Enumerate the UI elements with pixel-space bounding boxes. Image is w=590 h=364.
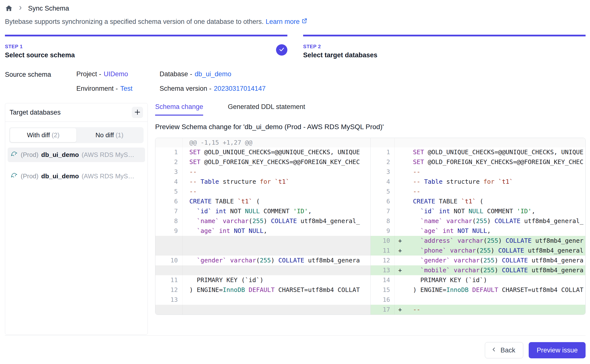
line-number: 4 xyxy=(371,177,395,187)
database-list-item[interactable]: (Prod)db_ui_demo(AWS RDS MyS… xyxy=(8,148,145,162)
code-line: PRIMARY KEY (`id`) xyxy=(182,275,370,285)
line-number xyxy=(155,236,182,246)
field-name: Database xyxy=(160,70,188,78)
diff-row: 9 `age` int NOT NULL, xyxy=(371,226,585,236)
diff-marker xyxy=(395,285,408,295)
learn-more-link[interactable]: Learn more xyxy=(266,18,308,26)
page-description: Bytebase supports synchronizing a specif… xyxy=(5,18,586,26)
description-text: Bytebase supports synchronizing a specif… xyxy=(5,18,264,26)
source-schema-summary: Source schema Project-UIDemoDatabase-db_… xyxy=(5,70,586,92)
diff-row: 13 xyxy=(155,295,370,305)
diff-marker xyxy=(395,197,408,206)
diff-marker xyxy=(395,206,408,216)
diff-row xyxy=(371,138,585,147)
diff-row: 11 PRIMARY KEY (`id`) xyxy=(155,275,370,285)
code-line: -- xyxy=(182,187,370,197)
code-line: CREATE TABLE `t1` ( xyxy=(408,197,585,206)
footer-actions: Back Preview issue xyxy=(5,336,586,358)
code-line: -- Table structure for `t1` xyxy=(408,177,585,187)
code-line xyxy=(182,246,370,256)
target-panel-title: Target databases xyxy=(10,109,61,116)
step-complete-badge xyxy=(276,44,287,56)
database-environment: (Prod) xyxy=(21,151,38,159)
field-name: Project xyxy=(76,70,97,78)
line-number: 11 xyxy=(155,275,182,285)
database-list-item[interactable]: (Prod)db_ui_demo(AWS RDS MyS… xyxy=(8,169,145,183)
tab-no-diff[interactable]: No diff(1) xyxy=(76,128,143,142)
source-field-schema-version: Schema version-20230317014147 xyxy=(160,85,266,92)
diff-row xyxy=(155,265,370,275)
code-line: SET @OLD_UNIQUE_CHECKS=@@UNIQUE_CHECKS, … xyxy=(182,147,370,157)
line-number xyxy=(155,305,182,315)
code-line: `mobile` varchar(255) COLLATE utf8mb4_ge… xyxy=(408,265,585,275)
schema-change-main: Schema change Generated DDL statement Pr… xyxy=(155,103,586,335)
line-number: 11 xyxy=(371,246,395,256)
line-number: 5 xyxy=(155,187,182,197)
field-value-link[interactable]: db_ui_demo xyxy=(195,70,231,78)
field-value-link[interactable]: Test xyxy=(120,85,133,92)
field-separator: - xyxy=(116,85,118,92)
source-field-database: Database-db_ui_demo xyxy=(160,70,266,78)
code-line: CREATE TABLE `t1` ( xyxy=(182,197,370,206)
code-line: -- Table structure for `t1` xyxy=(182,177,370,187)
diff-row: 5-- xyxy=(155,187,370,197)
code-line xyxy=(182,265,370,275)
field-separator: - xyxy=(209,85,212,92)
diff-row: 6CREATE TABLE `t1` ( xyxy=(371,197,585,206)
field-separator: - xyxy=(99,70,101,78)
diff-row: 6CREATE TABLE `t1` ( xyxy=(155,197,370,206)
code-line: ) ENGINE=InnoDB DEFAULT CHARSET=utf8mb4 … xyxy=(182,285,370,295)
diff-row: 1SET @OLD_UNIQUE_CHECKS=@@UNIQUE_CHECKS,… xyxy=(371,147,585,157)
diff-marker: + xyxy=(395,246,408,256)
diff-row xyxy=(155,246,370,256)
preview-issue-button[interactable]: Preview issue xyxy=(529,342,586,358)
diff-row: 9 `age` int NOT NULL, xyxy=(155,226,370,236)
code-line xyxy=(408,295,585,305)
content-area: Target databases With diff(2) No diff(1)… xyxy=(5,103,586,335)
source-schema-label: Source schema xyxy=(5,70,76,92)
add-database-button[interactable] xyxy=(132,107,143,118)
back-button[interactable]: Back xyxy=(485,342,523,358)
line-number xyxy=(155,138,182,147)
code-line: `id` int NOT NULL COMMENT 'ID', xyxy=(408,206,585,216)
code-line xyxy=(182,236,370,246)
diff-marker: + xyxy=(395,305,408,315)
diff-row: 10+ `address` varchar(255) COLLATE utf8m… xyxy=(371,236,585,246)
line-number: 7 xyxy=(371,206,395,216)
step-1: STEP 1 Select source schema xyxy=(5,35,287,59)
diff-row: 10 `gender` varchar(255) COLLATE utf8mb4… xyxy=(155,256,370,265)
line-number: 9 xyxy=(155,226,182,236)
tab-generated-ddl[interactable]: Generated DDL statement xyxy=(228,103,305,116)
code-line: -- xyxy=(182,167,370,177)
step-2: STEP 2 Select target databases xyxy=(303,35,586,59)
diff-marker xyxy=(395,157,408,167)
diff-row: @@ -1,15 +1,27 @@ xyxy=(155,138,370,147)
diff-row: 8 `name` varchar(255) COLLATE utf8mb4_ge… xyxy=(155,216,370,226)
code-line: `name` varchar(255) COLLATE utf8mb4_gene… xyxy=(182,216,370,226)
diff-pane-source: @@ -1,15 +1,27 @@1SET @OLD_UNIQUE_CHECKS… xyxy=(155,138,370,315)
tab-schema-change[interactable]: Schema change xyxy=(155,103,203,116)
field-value-link[interactable]: UIDemo xyxy=(104,70,128,78)
line-number xyxy=(371,138,395,147)
step-2-label: STEP 2 xyxy=(303,44,586,49)
external-link-icon xyxy=(301,18,308,26)
diff-row: 5-- xyxy=(371,187,585,197)
tab-with-diff[interactable]: With diff(2) xyxy=(10,128,76,142)
line-number: 15 xyxy=(371,285,395,295)
field-name: Environment xyxy=(76,85,114,92)
target-panel-header: Target databases xyxy=(5,103,148,122)
code-line xyxy=(395,138,585,147)
code-line: `gender` varchar(255) COLLATE utf8mb4_ge… xyxy=(182,256,370,265)
code-line: `address` varchar(255) COLLATE utf8mb4_g… xyxy=(408,236,585,246)
field-value-link[interactable]: 20230317014147 xyxy=(214,85,266,92)
diff-row: 4-- Table structure for `t1` xyxy=(371,177,585,187)
diff-row: 16 xyxy=(371,295,585,305)
code-line: -- xyxy=(408,305,585,315)
code-line: SET @OLD_UNIQUE_CHECKS=@@UNIQUE_CHECKS, … xyxy=(408,147,585,157)
code-line: @@ -1,15 +1,27 @@ xyxy=(182,138,370,147)
mysql-icon xyxy=(11,172,18,181)
home-icon[interactable] xyxy=(5,4,13,12)
database-environment: (Prod) xyxy=(21,172,38,180)
diff-marker xyxy=(395,275,408,285)
database-name: db_ui_demo xyxy=(41,172,79,180)
